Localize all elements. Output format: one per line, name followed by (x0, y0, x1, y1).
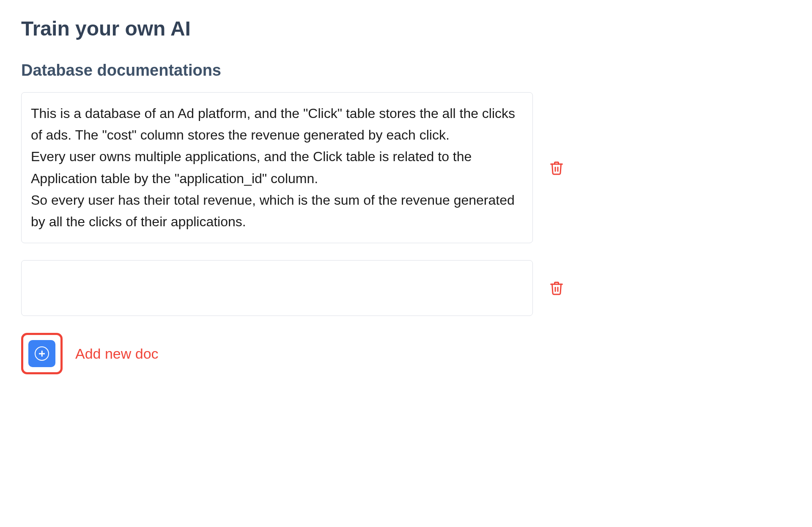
add-doc-label: Add new doc (75, 346, 159, 362)
add-doc-button[interactable] (28, 340, 55, 367)
doc-row (21, 260, 791, 316)
delete-doc-button[interactable] (546, 156, 568, 180)
doc-row: This is a database of an Ad platform, an… (21, 92, 791, 243)
section-title: Database documentations (21, 61, 791, 80)
trash-icon (549, 280, 564, 296)
doc-text-content: This is a database of an Ad platform, an… (31, 103, 523, 233)
add-doc-row: Add new doc (21, 333, 791, 374)
add-button-highlight (21, 333, 63, 374)
delete-doc-button[interactable] (546, 276, 568, 300)
doc-textarea[interactable]: This is a database of an Ad platform, an… (21, 92, 533, 243)
trash-icon (549, 159, 564, 176)
plus-circle-icon (35, 346, 49, 361)
page-title: Train your own AI (21, 17, 791, 40)
doc-textarea-empty[interactable] (21, 260, 533, 316)
